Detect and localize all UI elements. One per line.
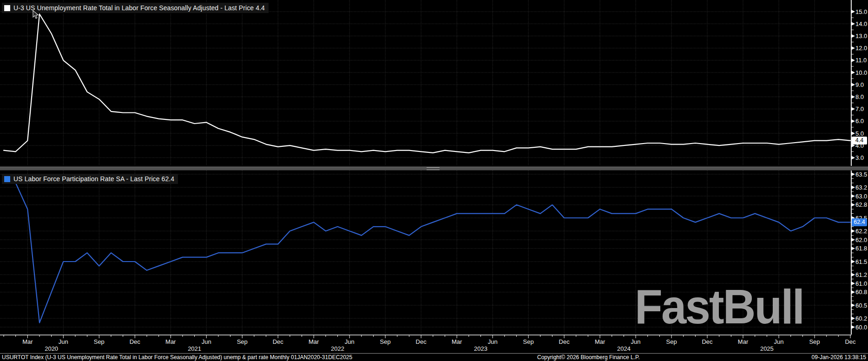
- y-axis-label: 62.8: [855, 201, 867, 208]
- x-month-label: Sep: [237, 338, 248, 345]
- blue-series-swatch-icon: [4, 176, 10, 182]
- y-major-tick-arrow: [851, 185, 855, 189]
- x-month-label: Dec: [559, 338, 570, 345]
- y-major-tick-arrow: [851, 10, 855, 13]
- x-month-label: Sep: [94, 338, 105, 345]
- y-major-tick-arrow: [851, 303, 855, 307]
- x-month-label: Jun: [59, 338, 68, 345]
- x-month-label: Sep: [523, 338, 534, 345]
- y-major-tick-arrow: [851, 325, 855, 329]
- x-month-label: Mar: [738, 338, 749, 345]
- y-major-tick-arrow: [851, 95, 855, 98]
- x-month-label: Mar: [22, 338, 33, 345]
- x-year-label: 2023: [474, 345, 487, 352]
- legend-participation-label: US Labor Force Participation Rate SA - L…: [13, 175, 174, 183]
- y-axis-label: 12.0: [855, 45, 867, 52]
- y-major-tick-arrow: [851, 290, 855, 294]
- x-month-label: Jun: [631, 338, 641, 345]
- legend-unemployment[interactable]: U-3 US Unemployment Rate Total in Labor …: [2, 3, 269, 13]
- x-month-label: Jun: [774, 338, 784, 345]
- bloomberg-chart-window: 15.014.013.012.011.010.09.08.07.06.05.04…: [0, 0, 868, 361]
- legend-unemployment-label: U-3 US Unemployment Rate Total in Labor …: [13, 4, 265, 12]
- y-major-tick-arrow: [851, 247, 855, 250]
- status-datetime: 09-Jan-2026 13:38:15: [812, 354, 866, 361]
- y-major-tick-arrow: [851, 59, 855, 62]
- white-series-swatch-icon: [4, 5, 10, 11]
- y-major-tick-arrow: [851, 238, 855, 242]
- x-month-label: Mar: [452, 338, 462, 345]
- y-major-tick-arrow: [851, 131, 855, 135]
- y-axis-label: 60.8: [855, 289, 867, 295]
- x-axis[interactable]: MarJunSepDecMarJunSepDecMarJunSepDecMarJ…: [0, 335, 868, 353]
- status-bar: USURTOT Index (U-3 US Unemployment Rate …: [0, 353, 868, 361]
- panel-resize-handle[interactable]: [427, 167, 440, 170]
- y-major-tick-arrow: [851, 273, 855, 276]
- y-major-tick-arrow: [851, 34, 855, 38]
- panel-separator[interactable]: [0, 166, 868, 171]
- x-month-label: Jun: [202, 338, 211, 345]
- x-month-label: Dec: [416, 338, 427, 345]
- y-axis-label: 11.0: [855, 57, 867, 64]
- last-price-badge-unemployment: 4.4: [852, 137, 867, 144]
- x-year-label: 2022: [331, 345, 344, 352]
- y-axis-label: 14.0: [855, 20, 867, 27]
- y-axis-label: 15.0: [855, 8, 867, 15]
- x-month-label: Dec: [845, 338, 856, 345]
- y-major-tick-arrow: [851, 194, 855, 198]
- y-axis-label: 60.0: [855, 324, 867, 331]
- y-axis-label: 61.8: [855, 245, 867, 252]
- x-month-label: Mar: [595, 338, 605, 345]
- x-year-label: 2021: [188, 345, 201, 352]
- y-axis-label: 63.0: [855, 193, 867, 200]
- y-major-tick-arrow: [851, 22, 855, 26]
- y-axis-label: 63.2: [855, 184, 867, 191]
- unemployment-panel-plot[interactable]: 15.014.013.012.011.010.09.08.07.06.05.04…: [0, 0, 868, 166]
- x-month-label: Jun: [345, 338, 355, 345]
- y-major-tick-arrow: [851, 46, 855, 50]
- y-major-tick-arrow: [851, 83, 855, 86]
- status-copyright: Copyright© 2026 Bloomberg Finance L.P.: [537, 354, 640, 361]
- series-line: [4, 14, 850, 153]
- y-major-tick-arrow: [851, 203, 855, 207]
- y-major-tick-arrow: [851, 119, 855, 123]
- y-axis-label: 3.0: [855, 154, 864, 161]
- x-year-label: 2025: [760, 345, 774, 352]
- y-axis-label: 13.0: [855, 33, 867, 39]
- y-axis-label: 63.5: [855, 171, 867, 178]
- x-month-label: Sep: [809, 338, 820, 345]
- y-major-tick-arrow: [851, 156, 855, 159]
- y-axis-label: 60.2: [855, 315, 867, 322]
- x-month-label: Sep: [666, 338, 677, 345]
- y-major-tick-arrow: [851, 282, 855, 285]
- y-axis-label: 7.0: [855, 105, 864, 112]
- x-year-label: 2020: [45, 345, 58, 352]
- y-major-tick-arrow: [851, 172, 855, 176]
- y-major-tick-arrow: [851, 260, 855, 263]
- y-axis-label: 62.2: [855, 228, 867, 235]
- x-month-label: Dec: [273, 338, 284, 345]
- y-axis-label: 6.0: [855, 118, 864, 125]
- y-major-tick-arrow: [851, 316, 855, 320]
- y-axis-label: 60.5: [855, 302, 867, 309]
- y-axis-label: 61.0: [855, 280, 867, 287]
- y-axis-label: 10.0: [855, 69, 867, 76]
- y-major-tick-arrow: [851, 71, 855, 74]
- mouse-cursor-icon: [33, 10, 39, 20]
- x-month-label: Mar: [165, 338, 176, 345]
- y-major-tick-arrow: [851, 107, 855, 111]
- legend-participation[interactable]: US Labor Force Participation Rate SA - L…: [2, 174, 178, 184]
- y-axis-label: 61.2: [855, 271, 867, 278]
- x-month-label: Mar: [309, 338, 319, 345]
- last-price-badge-participation: 62.4: [852, 218, 867, 226]
- y-major-tick-arrow: [851, 229, 855, 233]
- y-axis-label: 5.0: [855, 130, 864, 137]
- status-ticker-description: USURTOT Index (U-3 US Unemployment Rate …: [2, 354, 352, 361]
- x-month-label: Sep: [380, 338, 391, 345]
- y-axis-label: 9.0: [855, 81, 864, 88]
- x-month-label: Dec: [702, 338, 713, 345]
- y-axis-label: 62.0: [855, 236, 867, 243]
- y-axis-label: 61.5: [855, 258, 867, 265]
- x-month-label: Jun: [488, 338, 498, 345]
- x-year-label: 2024: [617, 345, 631, 352]
- y-axis-label: 8.0: [855, 93, 864, 100]
